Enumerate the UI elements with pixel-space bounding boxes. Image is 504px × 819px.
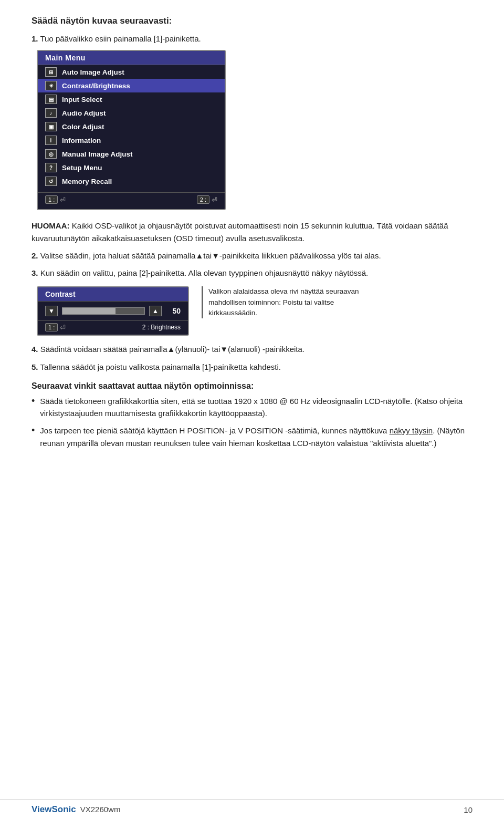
step-4-number: 4. xyxy=(32,345,38,354)
bullet-dot-1: • xyxy=(32,395,35,407)
bullet-1-text: Säädä tietokoneen grafiikkakorttia siten… xyxy=(40,395,472,420)
contrast-bar-fill xyxy=(62,308,116,314)
menu-item-contrast-brightness-label: Contrast/Brightness xyxy=(62,82,130,90)
menu-item-input-select: ▤ Input Select xyxy=(38,92,225,106)
menu-item-setup-menu: ? Setup Menu xyxy=(38,161,225,174)
auto-image-adjust-icon: ⊞ xyxy=(45,67,57,77)
contrast-bottom-bar: 1 : ⏎ 2 : Brightness xyxy=(38,320,188,331)
contrast-btn1-arrow: ⏎ xyxy=(60,324,66,331)
bullet-2-underline: näkyy täysin xyxy=(390,426,433,435)
menu-btn1: 1 : ⏎ xyxy=(45,195,66,204)
contrast-screenshot: Contrast ▼ ▲ 50 1 : ⏎ 2 : Brightness xyxy=(37,286,189,336)
contrast-bar xyxy=(62,307,145,315)
contrast-title: Contrast xyxy=(38,287,188,302)
step-1: 1. Tuo päävalikko esiin painamalla [1]-p… xyxy=(32,33,472,45)
tips-section: Seuraavat vinkit saattavat auttaa näytön… xyxy=(32,381,472,449)
footer-page: 10 xyxy=(464,805,472,814)
step-2-text: Valitse säädin, jota haluat säätää paina… xyxy=(40,251,381,260)
huomaa-paragraph: HUOMAA: Kaikki OSD-valikot ja ohjausnäyt… xyxy=(32,220,472,244)
tips-heading: Seuraavat vinkit saattavat auttaa näytön… xyxy=(32,381,472,391)
menu-item-auto-image-adjust: ⊞ Auto Image Adjust xyxy=(38,65,225,79)
menu-item-auto-image-adjust-label: Auto Image Adjust xyxy=(62,68,124,76)
menu-btn2-arrow: ⏎ xyxy=(212,196,217,204)
menu-item-audio-adjust: ♪ Audio Adjust xyxy=(38,106,225,120)
setup-menu-icon: ? xyxy=(45,163,57,172)
callout-text: Valikon alalaidassa oleva rivi näyttää s… xyxy=(202,286,380,318)
page-heading: Säädä näytön kuvaa seuraavasti: xyxy=(32,16,472,26)
menu-item-contrast-brightness: ☀ Contrast/Brightness xyxy=(38,79,225,92)
contrast-value: 50 xyxy=(166,307,181,315)
menu-item-input-select-label: Input Select xyxy=(62,96,102,103)
step-4: 4. Säädintä voidaan säätää painamalla▲(y… xyxy=(32,343,472,355)
menu-item-memory-recall: ↺ Memory Recall xyxy=(38,174,225,188)
footer: ViewSonic VX2260wm 10 xyxy=(0,800,504,819)
menu-bottom-bar: 1 : ⏎ 2 : ⏎ xyxy=(38,192,225,204)
step-2-number: 2. xyxy=(32,251,38,260)
footer-brand-name: ViewSonic xyxy=(32,804,76,815)
color-adjust-icon: ▣ xyxy=(45,122,57,131)
manual-image-adjust-icon: ◎ xyxy=(45,149,57,159)
step-2: 2. Valitse säädin, jota haluat säätää pa… xyxy=(32,250,472,262)
step-3: 3. Kun säädin on valittu, paina [2]-pain… xyxy=(32,267,472,279)
audio-adjust-icon: ♪ xyxy=(45,108,57,118)
memory-recall-icon: ↺ xyxy=(45,177,57,186)
menu-item-memory-recall-label: Memory Recall xyxy=(62,178,112,185)
contrast-controls: ▼ ▲ 50 xyxy=(38,302,188,320)
menu-btn2: 2 : ⏎ xyxy=(197,195,217,204)
contrast-section: Contrast ▼ ▲ 50 1 : ⏎ 2 : Brightness Val… xyxy=(37,286,472,336)
menu-title: Main Menu xyxy=(38,51,225,65)
bullet-dot-2: • xyxy=(32,424,35,437)
contrast-btn1-num: 1 : xyxy=(45,323,58,331)
bullet-2-text: Jos tarpeen tee pieniä säätöjä käyttäen … xyxy=(40,424,472,449)
step-5-text: Tallenna säädöt ja poistu valikosta pain… xyxy=(40,362,281,371)
step-1-text: Tuo päävalikko esiin painamalla [1]-pain… xyxy=(40,34,201,43)
contrast-increase-btn: ▲ xyxy=(149,306,162,316)
menu-item-information: i Information xyxy=(38,133,225,147)
footer-brand: ViewSonic VX2260wm xyxy=(32,804,120,815)
information-icon: i xyxy=(45,136,57,145)
menu-item-color-adjust: ▣ Color Adjust xyxy=(38,120,225,133)
huomaa-text: Kaikki OSD-valikot ja ohjausnäytöt poist… xyxy=(32,221,448,242)
menu-item-manual-image-adjust: ◎ Manual Image Adjust xyxy=(38,147,225,161)
menu-item-information-label: Information xyxy=(62,137,101,144)
step-1-number: 1. xyxy=(32,34,38,43)
contrast-btn2-label: 2 : Brightness xyxy=(142,324,181,331)
contrast-btn1: 1 : ⏎ xyxy=(45,323,66,331)
step-4-text: Säädintä voidaan säätää painamalla▲(ylän… xyxy=(40,345,304,354)
contrast-btn2: 2 : Brightness xyxy=(142,323,181,331)
menu-btn2-num: 2 : xyxy=(197,195,209,204)
menu-btn1-num: 1 : xyxy=(45,195,58,204)
bullet-item-1: • Säädä tietokoneen grafiikkakorttia sit… xyxy=(32,395,472,420)
step-3-text: Kun säädin on valittu, paina [2]-painike… xyxy=(40,268,369,277)
menu-item-audio-adjust-label: Audio Adjust xyxy=(62,109,106,117)
menu-btn1-arrow: ⏎ xyxy=(60,196,66,204)
step-3-number: 3. xyxy=(32,268,38,277)
step-5-number: 5. xyxy=(32,362,38,371)
bullet-item-2: • Jos tarpeen tee pieniä säätöjä käyttäe… xyxy=(32,424,472,449)
contrast-brightness-icon: ☀ xyxy=(45,81,57,90)
menu-item-color-adjust-label: Color Adjust xyxy=(62,123,104,131)
menu-item-manual-image-adjust-label: Manual Image Adjust xyxy=(62,150,133,158)
footer-model: VX2260wm xyxy=(80,805,121,814)
contrast-decrease-btn: ▼ xyxy=(45,306,58,316)
menu-item-setup-menu-label: Setup Menu xyxy=(62,164,102,172)
input-select-icon: ▤ xyxy=(45,95,57,104)
huomaa-label: HUOMAA: xyxy=(32,221,70,230)
step-5: 5. Tallenna säädöt ja poistu valikosta p… xyxy=(32,361,472,373)
main-menu-screenshot: Main Menu ⊞ Auto Image Adjust ☀ Contrast… xyxy=(37,50,226,210)
